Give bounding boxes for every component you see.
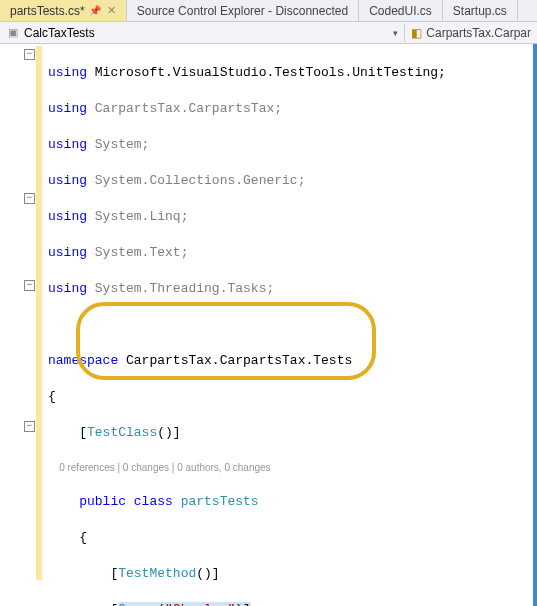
attribute: TestClass [87,425,157,440]
code-editor[interactable]: − − − − using Microsoft.VisualStudio.Tes… [0,44,537,606]
keyword: using [48,173,87,188]
bracket: [ [48,602,118,606]
bracket: [ [48,425,87,440]
tab-label: Startup.cs [453,4,507,18]
brace: { [48,530,87,545]
tab-startup[interactable]: Startup.cs [443,0,518,21]
member-dropdown-label: CarpartsTax.Carpar [426,26,531,40]
class-name: partsTests [173,494,259,509]
keyword: using [48,137,87,152]
tab-source-control[interactable]: Source Control Explorer - Disconnected [127,0,359,21]
string: "Charles" [165,602,235,606]
code-text: System.Collections.Generic; [87,173,305,188]
paren: ( [157,602,165,606]
code-text: System; [87,137,149,152]
brace: { [48,389,56,404]
bracket: [ [48,566,118,581]
tab-label: partsTests.cs* [10,4,85,18]
code-content[interactable]: using Microsoft.VisualStudio.TestTools.U… [36,44,533,606]
bracket: )] [235,602,251,606]
bracket: ()] [157,425,180,440]
close-icon[interactable]: ✕ [107,4,116,17]
keyword: class [126,494,173,509]
code-text: System.Threading.Tasks; [87,281,274,296]
class-dropdown[interactable]: ▣ CalcTaxTests ▾ [0,24,405,42]
method-icon: ◧ [411,26,422,40]
attribute: Owner [118,602,157,606]
keyword: using [48,209,87,224]
keyword: public [48,494,126,509]
code-text: System.Linq; [87,209,188,224]
tab-label: CodedUI.cs [369,4,432,18]
member-dropdown[interactable]: ◧ CarpartsTax.Carpar [405,24,537,42]
code-text: CarpartsTax.CarpartsTax.Tests [118,353,352,368]
code-text: System.Text; [87,245,188,260]
tab-bar: partsTests.cs* 📌 ✕ Source Control Explor… [0,0,537,22]
bracket: ()] [196,566,219,581]
outline-toggle[interactable]: − [24,193,35,204]
tab-codedui[interactable]: CodedUI.cs [359,0,443,21]
tab-label: Source Control Explorer - Disconnected [137,4,348,18]
keyword: using [48,281,87,296]
class-dropdown-label: CalcTaxTests [24,26,95,40]
gutter: − − − − [0,44,36,606]
codelens[interactable]: 0 references | 0 changes | 0 authors, 0 … [48,460,533,475]
navigation-bar: ▣ CalcTaxTests ▾ ◧ CarpartsTax.Carpar [0,22,537,44]
keyword: using [48,65,87,80]
code-text: CarpartsTax.CarpartsTax; [87,101,282,116]
attribute: TestMethod [118,566,196,581]
keyword: namespace [48,353,118,368]
pin-icon[interactable]: 📌 [89,5,101,16]
code-text: Microsoft.VisualStudio.TestTools.UnitTes… [87,65,446,80]
outline-toggle[interactable]: − [24,280,35,291]
class-icon: ▣ [6,26,20,40]
chevron-down-icon: ▾ [393,28,398,38]
outline-toggle[interactable]: − [24,49,35,60]
outline-toggle[interactable]: − [24,421,35,432]
tab-partstests[interactable]: partsTests.cs* 📌 ✕ [0,0,127,21]
keyword: using [48,101,87,116]
keyword: using [48,245,87,260]
